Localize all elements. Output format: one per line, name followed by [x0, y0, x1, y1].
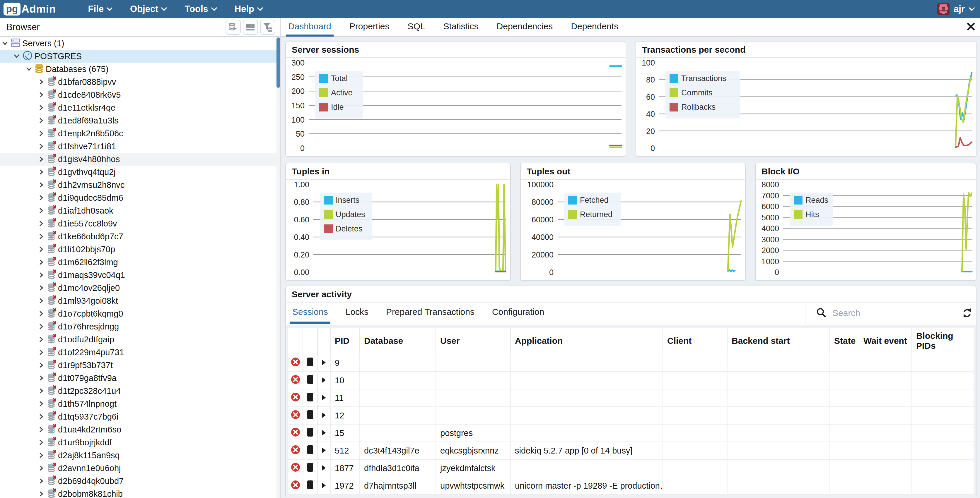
tree-item-database[interactable]: d1fshve71r1i81 — [0, 140, 277, 153]
chevron-right-icon[interactable] — [38, 311, 45, 317]
tree-item-servers[interactable]: Servers (1) — [0, 37, 277, 50]
tree-item-database[interactable]: d1m62ll62f3lmg — [0, 256, 277, 269]
chevron-right-icon[interactable] — [38, 233, 45, 239]
tab-configuration[interactable]: Configuration — [490, 302, 547, 324]
tree-item-database[interactable]: d1of229m4pu731 — [0, 346, 277, 359]
chevron-right-icon[interactable] — [38, 285, 45, 291]
tree-item-database[interactable]: d1ke66obd6p7c7 — [0, 230, 277, 243]
tab-statistics[interactable]: Statistics — [441, 18, 481, 36]
tree-item-database[interactable]: d1o7cpbt6kqmg0 — [0, 307, 277, 320]
tab-dashboard[interactable]: Dashboard — [286, 18, 334, 36]
tab-dependents[interactable]: Dependents — [568, 18, 620, 36]
tree-item-database[interactable]: d1tq5937c7bg6i — [0, 410, 277, 423]
chevron-right-icon[interactable] — [38, 388, 45, 394]
table-row[interactable]: 12 — [288, 407, 974, 424]
chevron-right-icon[interactable] — [38, 362, 45, 368]
terminate-session-icon[interactable] — [291, 480, 301, 490]
tab-locks[interactable]: Locks — [343, 302, 371, 324]
tree-item-database[interactable]: d2aj8k115an9sq — [0, 449, 277, 462]
chevron-right-icon[interactable] — [38, 375, 45, 381]
table-row[interactable]: 512dc3t4f143gil7eeqkcsgbjsrxnnzsidekiq 5… — [288, 442, 974, 459]
tree-item-database[interactable]: d1o76hresjdngg — [0, 320, 277, 333]
chevron-right-icon[interactable] — [38, 259, 45, 265]
chevron-right-icon[interactable] — [38, 323, 45, 330]
tree-item-database[interactable]: d1odfu2dtfgaip — [0, 333, 277, 346]
tab-properties[interactable]: Properties — [347, 18, 392, 36]
tree-item-database[interactable]: d1enpk2n8b506c — [0, 127, 277, 140]
terminate-session-icon[interactable] — [291, 410, 301, 420]
tab-sql[interactable]: SQL — [406, 18, 428, 36]
chevron-expanded-icon[interactable] — [13, 53, 20, 59]
table-row[interactable]: 9 — [288, 354, 974, 371]
tree-item-database[interactable]: d1r9pf53b737t — [0, 359, 277, 371]
expand-row-icon[interactable] — [321, 395, 326, 401]
scrollbar-thumb[interactable] — [277, 38, 280, 88]
tree-item-database[interactable]: d1t2pc328c41u4 — [0, 384, 277, 397]
table-row[interactable]: 10 — [288, 371, 974, 389]
tree-item-database[interactable]: d1mc4ov26qlje0 — [0, 281, 277, 294]
chevron-right-icon[interactable] — [38, 465, 45, 471]
expand-row-icon[interactable] — [321, 377, 326, 383]
tree-item-database[interactable]: d1ed8f69a1u3ls — [0, 114, 277, 127]
user-menu[interactable]: ajr — [937, 3, 975, 15]
chevron-right-icon[interactable] — [38, 401, 45, 407]
expand-row-icon[interactable] — [321, 430, 326, 436]
menu-help[interactable]: Help — [235, 4, 263, 14]
tree-item-database[interactable]: d1h2vmsu2h8nvc — [0, 179, 277, 191]
tree-item-database[interactable]: d1i9qudec85dm6 — [0, 191, 277, 204]
chevron-right-icon[interactable] — [38, 491, 45, 497]
expand-row-icon[interactable] — [321, 465, 326, 471]
filter-button[interactable] — [260, 20, 275, 35]
chevron-right-icon[interactable] — [38, 156, 45, 162]
chevron-right-icon[interactable] — [38, 92, 45, 98]
terminate-session-icon[interactable] — [291, 427, 301, 437]
tree-item-database[interactable]: d1cde8408rk6v5 — [0, 88, 277, 101]
expand-row-icon[interactable] — [321, 412, 326, 419]
chevron-right-icon[interactable] — [38, 426, 45, 433]
chevron-right-icon[interactable] — [38, 117, 45, 124]
chevron-right-icon[interactable] — [38, 208, 45, 214]
cancel-query-icon[interactable] — [307, 428, 313, 437]
terminate-session-icon[interactable] — [291, 462, 301, 472]
expand-row-icon[interactable] — [321, 359, 326, 366]
tree-item-database[interactable]: d1gvthvq4tqu2j — [0, 166, 277, 179]
chevron-right-icon[interactable] — [38, 105, 45, 111]
menu-tools[interactable]: Tools — [185, 4, 217, 14]
chevron-right-icon[interactable] — [38, 143, 45, 149]
cancel-query-icon[interactable] — [307, 375, 313, 384]
chevron-right-icon[interactable] — [38, 246, 45, 252]
table-row[interactable]: 15postgres — [288, 424, 974, 442]
chevron-expanded-icon[interactable] — [2, 40, 8, 46]
terminate-session-icon[interactable] — [291, 392, 301, 402]
chevron-right-icon[interactable] — [38, 414, 45, 420]
table-row[interactable]: 1972d7hajmntsp3llupvwhtstpcsmwkunicorn m… — [288, 477, 974, 495]
chevron-right-icon[interactable] — [38, 130, 45, 136]
chevron-right-icon[interactable] — [38, 169, 45, 175]
refresh-button[interactable] — [958, 303, 976, 324]
grid-button[interactable] — [243, 20, 258, 35]
search-input[interactable] — [832, 308, 944, 318]
tree-item-database[interactable]: d1th574lnpnogt — [0, 397, 277, 410]
chevron-right-icon[interactable] — [38, 452, 45, 458]
cancel-query-icon[interactable] — [307, 480, 313, 490]
menu-object[interactable]: Object — [130, 4, 167, 14]
tree-item-database[interactable]: d1t079ga8tfv9a — [0, 371, 277, 384]
terminate-session-icon[interactable] — [291, 357, 301, 367]
tree-item-database[interactable]: d2b69d4qk0ubd7 — [0, 474, 277, 487]
chevron-right-icon[interactable] — [38, 79, 45, 85]
cancel-query-icon[interactable] — [307, 410, 313, 419]
tree-item-database[interactable]: d1ua4kd2rtm6so — [0, 423, 277, 436]
chevron-right-icon[interactable] — [38, 336, 45, 343]
tree-item-database[interactable]: d1maqs39vc04q1 — [0, 269, 277, 281]
tab-dependencies[interactable]: Dependencies — [495, 18, 555, 36]
tab-prepared-transactions[interactable]: Prepared Transactions — [384, 302, 477, 324]
cancel-query-icon[interactable] — [307, 445, 313, 454]
chevron-right-icon[interactable] — [38, 195, 45, 201]
cancel-query-icon[interactable] — [307, 357, 313, 366]
tree-item-database[interactable]: d2bobm8k81chib — [0, 487, 277, 498]
tree-item-postgres-server[interactable]: POSTGRES — [0, 50, 277, 63]
tree-item-database[interactable]: d1ml934goi08kt — [0, 294, 277, 307]
tree-item-database[interactable]: d1gisv4h80hhos — [0, 153, 277, 166]
expand-row-icon[interactable] — [321, 447, 326, 454]
tree-item-database[interactable]: d1ur9bojrjkddf — [0, 436, 277, 449]
